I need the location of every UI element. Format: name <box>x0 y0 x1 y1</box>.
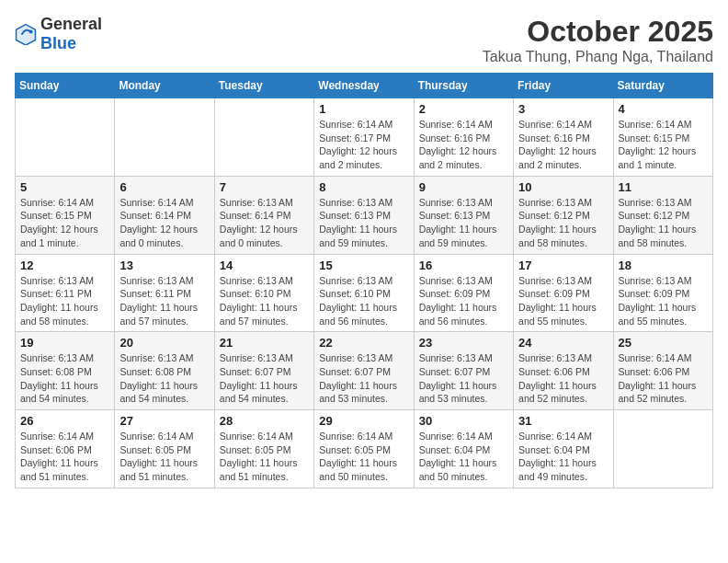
day-number: 15 <box>319 259 408 272</box>
day-info: Sunrise: 6:13 AM Sunset: 6:06 PM Dayligh… <box>518 351 608 406</box>
day-cell: 10Sunrise: 6:13 AM Sunset: 6:12 PM Dayli… <box>514 176 613 254</box>
day-number: 3 <box>518 102 608 116</box>
day-cell: 25Sunrise: 6:14 AM Sunset: 6:06 PM Dayli… <box>613 332 712 410</box>
logo: General Blue <box>15 15 102 53</box>
day-cell: 15Sunrise: 6:13 AM Sunset: 6:10 PM Dayli… <box>314 254 414 332</box>
weekday-header-wednesday: Wednesday <box>314 74 414 98</box>
day-cell: 23Sunrise: 6:13 AM Sunset: 6:07 PM Dayli… <box>414 332 513 410</box>
day-cell <box>115 98 214 177</box>
day-cell: 7Sunrise: 6:13 AM Sunset: 6:14 PM Daylig… <box>214 176 313 254</box>
day-info: Sunrise: 6:14 AM Sunset: 6:15 PM Dayligh… <box>619 118 708 172</box>
day-number: 5 <box>20 180 109 194</box>
day-info: Sunrise: 6:13 AM Sunset: 6:09 PM Dayligh… <box>518 274 608 328</box>
day-cell: 21Sunrise: 6:13 AM Sunset: 6:07 PM Dayli… <box>214 332 313 410</box>
day-cell: 6Sunrise: 6:14 AM Sunset: 6:14 PM Daylig… <box>115 176 214 254</box>
day-cell: 17Sunrise: 6:13 AM Sunset: 6:09 PM Dayli… <box>514 254 613 332</box>
day-info: Sunrise: 6:13 AM Sunset: 6:09 PM Dayligh… <box>419 274 508 328</box>
day-number: 20 <box>119 336 209 350</box>
weekday-header-tuesday: Tuesday <box>214 74 313 98</box>
day-number: 24 <box>518 336 608 350</box>
day-cell: 11Sunrise: 6:13 AM Sunset: 6:12 PM Dayli… <box>613 176 712 254</box>
day-cell: 14Sunrise: 6:13 AM Sunset: 6:10 PM Dayli… <box>214 254 313 332</box>
day-cell <box>16 98 115 177</box>
title-block: October 2025 Takua Thung, Phang Nga, Tha… <box>483 15 713 65</box>
calendar-subtitle: Takua Thung, Phang Nga, Thailand <box>483 49 713 65</box>
day-number: 9 <box>419 180 508 194</box>
day-info: Sunrise: 6:14 AM Sunset: 6:04 PM Dayligh… <box>419 430 508 484</box>
day-cell: 8Sunrise: 6:13 AM Sunset: 6:13 PM Daylig… <box>314 176 414 254</box>
day-number: 31 <box>518 414 608 428</box>
day-number: 14 <box>220 259 309 272</box>
day-cell: 4Sunrise: 6:14 AM Sunset: 6:15 PM Daylig… <box>613 98 712 177</box>
svg-marker-0 <box>17 26 34 43</box>
day-info: Sunrise: 6:13 AM Sunset: 6:07 PM Dayligh… <box>220 351 309 406</box>
calendar-table: SundayMondayTuesdayWednesdayThursdayFrid… <box>15 73 713 488</box>
day-info: Sunrise: 6:13 AM Sunset: 6:13 PM Dayligh… <box>319 196 408 250</box>
day-number: 7 <box>220 180 309 194</box>
logo-blue: Blue <box>40 34 76 52</box>
day-number: 23 <box>419 336 508 350</box>
weekday-header-saturday: Saturday <box>613 74 712 98</box>
day-info: Sunrise: 6:13 AM Sunset: 6:07 PM Dayligh… <box>419 351 508 406</box>
day-cell: 20Sunrise: 6:13 AM Sunset: 6:08 PM Dayli… <box>115 332 214 410</box>
day-cell: 9Sunrise: 6:13 AM Sunset: 6:13 PM Daylig… <box>414 176 513 254</box>
page-header: General Blue October 2025 Takua Thung, P… <box>15 15 713 65</box>
day-cell: 29Sunrise: 6:14 AM Sunset: 6:05 PM Dayli… <box>314 410 414 488</box>
day-info: Sunrise: 6:14 AM Sunset: 6:15 PM Dayligh… <box>20 196 109 250</box>
day-number: 16 <box>419 259 508 272</box>
day-number: 8 <box>319 180 408 194</box>
day-cell: 26Sunrise: 6:14 AM Sunset: 6:06 PM Dayli… <box>16 410 115 488</box>
week-row-2: 5Sunrise: 6:14 AM Sunset: 6:15 PM Daylig… <box>16 176 713 254</box>
day-info: Sunrise: 6:14 AM Sunset: 6:16 PM Dayligh… <box>518 118 608 172</box>
day-info: Sunrise: 6:13 AM Sunset: 6:08 PM Dayligh… <box>20 351 109 406</box>
day-info: Sunrise: 6:14 AM Sunset: 6:04 PM Dayligh… <box>518 430 608 484</box>
day-number: 29 <box>319 414 408 428</box>
day-cell: 18Sunrise: 6:13 AM Sunset: 6:09 PM Dayli… <box>613 254 712 332</box>
day-cell <box>214 98 313 177</box>
day-info: Sunrise: 6:14 AM Sunset: 6:14 PM Dayligh… <box>119 196 209 250</box>
day-info: Sunrise: 6:13 AM Sunset: 6:12 PM Dayligh… <box>518 196 608 250</box>
logo-text: General Blue <box>40 15 102 53</box>
day-info: Sunrise: 6:13 AM Sunset: 6:09 PM Dayligh… <box>619 274 708 328</box>
day-number: 17 <box>518 259 608 272</box>
day-info: Sunrise: 6:14 AM Sunset: 6:05 PM Dayligh… <box>119 430 209 484</box>
day-cell: 12Sunrise: 6:13 AM Sunset: 6:11 PM Dayli… <box>16 254 115 332</box>
day-cell: 1Sunrise: 6:14 AM Sunset: 6:17 PM Daylig… <box>314 98 414 177</box>
day-info: Sunrise: 6:13 AM Sunset: 6:11 PM Dayligh… <box>119 274 209 328</box>
day-cell: 16Sunrise: 6:13 AM Sunset: 6:09 PM Dayli… <box>414 254 513 332</box>
day-cell: 31Sunrise: 6:14 AM Sunset: 6:04 PM Dayli… <box>514 410 613 488</box>
day-number: 30 <box>419 414 508 428</box>
day-number: 10 <box>518 180 608 194</box>
day-info: Sunrise: 6:13 AM Sunset: 6:13 PM Dayligh… <box>419 196 508 250</box>
day-info: Sunrise: 6:14 AM Sunset: 6:06 PM Dayligh… <box>20 430 109 484</box>
day-cell: 30Sunrise: 6:14 AM Sunset: 6:04 PM Dayli… <box>414 410 513 488</box>
day-number: 13 <box>119 259 209 272</box>
weekday-header-monday: Monday <box>115 74 214 98</box>
day-number: 28 <box>220 414 309 428</box>
day-info: Sunrise: 6:13 AM Sunset: 6:07 PM Dayligh… <box>319 351 408 406</box>
day-cell: 5Sunrise: 6:14 AM Sunset: 6:15 PM Daylig… <box>16 176 115 254</box>
day-info: Sunrise: 6:13 AM Sunset: 6:12 PM Dayligh… <box>619 196 708 250</box>
day-info: Sunrise: 6:13 AM Sunset: 6:11 PM Dayligh… <box>20 274 109 328</box>
day-number: 19 <box>20 336 109 350</box>
day-cell: 2Sunrise: 6:14 AM Sunset: 6:16 PM Daylig… <box>414 98 513 177</box>
day-cell: 22Sunrise: 6:13 AM Sunset: 6:07 PM Dayli… <box>314 332 414 410</box>
day-number: 27 <box>119 414 209 428</box>
day-cell: 24Sunrise: 6:13 AM Sunset: 6:06 PM Dayli… <box>514 332 613 410</box>
svg-point-2 <box>29 30 33 34</box>
weekday-header-thursday: Thursday <box>414 74 513 98</box>
day-number: 11 <box>619 180 708 194</box>
day-info: Sunrise: 6:13 AM Sunset: 6:10 PM Dayligh… <box>319 274 408 328</box>
day-number: 4 <box>619 102 708 116</box>
day-number: 2 <box>419 102 508 116</box>
day-number: 12 <box>20 259 109 272</box>
day-info: Sunrise: 6:14 AM Sunset: 6:16 PM Dayligh… <box>419 118 508 172</box>
day-number: 25 <box>619 336 708 350</box>
day-number: 18 <box>619 259 708 272</box>
logo-general: General <box>40 15 102 33</box>
day-info: Sunrise: 6:13 AM Sunset: 6:14 PM Dayligh… <box>220 196 309 250</box>
day-number: 22 <box>319 336 408 350</box>
day-info: Sunrise: 6:13 AM Sunset: 6:08 PM Dayligh… <box>119 351 209 406</box>
day-number: 21 <box>220 336 309 350</box>
weekday-header-row: SundayMondayTuesdayWednesdayThursdayFrid… <box>16 74 713 98</box>
